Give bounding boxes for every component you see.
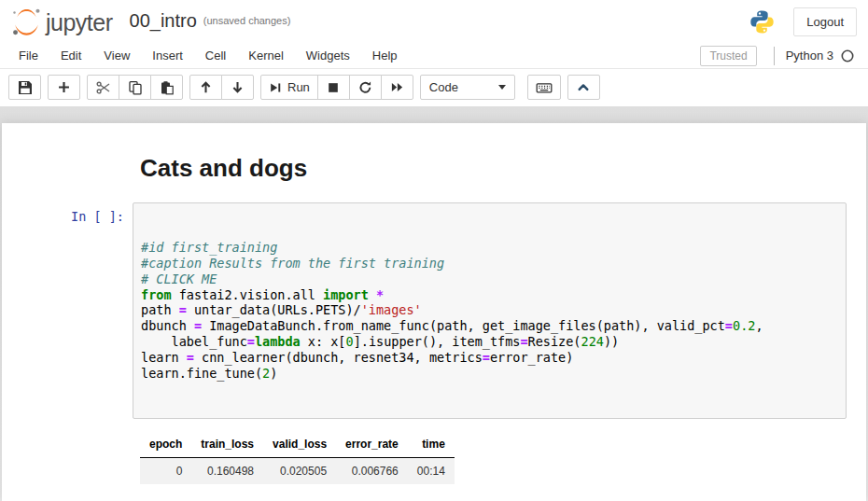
chevron-up-icon <box>576 80 591 94</box>
menu-insert[interactable]: Insert <box>141 44 194 67</box>
interrupt-kernel-button[interactable] <box>317 75 350 100</box>
menu-view[interactable]: View <box>92 44 141 67</box>
notebook-container: Cats and dogs In [ ]: #id first_training… <box>2 123 866 501</box>
table-cell: 0.020505 <box>263 457 336 484</box>
fast-forward-icon <box>390 80 404 94</box>
table-header: valid_loss <box>263 431 336 458</box>
table-cell: 00:14 <box>408 457 455 484</box>
trusted-badge[interactable]: Trusted <box>700 46 756 66</box>
notebook-header: jupyter 00_intro (unsaved changes) Logou… <box>0 0 868 43</box>
arrow-up-icon <box>199 80 213 94</box>
menu-file[interactable]: File <box>7 44 49 67</box>
restart-kernel-button[interactable] <box>349 75 382 100</box>
table-header: time <box>408 431 455 458</box>
site-background: Cats and dogs In [ ]: #id first_training… <box>0 106 868 501</box>
restart-icon <box>358 80 372 94</box>
cell-type-dropdown[interactable]: Code <box>420 75 515 100</box>
run-button-label: Run <box>287 80 310 94</box>
move-cell-down-button[interactable] <box>221 75 254 100</box>
menu-edit[interactable]: Edit <box>49 44 92 67</box>
logout-button[interactable]: Logout <box>793 7 857 36</box>
menubar: File Edit View Insert Cell Kernel Widget… <box>0 43 868 69</box>
cell-type-value: Code <box>429 80 458 94</box>
restart-run-all-button[interactable] <box>381 75 413 100</box>
output-area: epochtrain_lossvalid_losserror_ratetime0… <box>140 431 866 501</box>
arrow-down-icon <box>231 80 245 94</box>
kernel-name: Python 3 <box>786 49 833 63</box>
table-header: train_loss <box>191 431 263 458</box>
menu-widgets[interactable]: Widgets <box>295 44 361 67</box>
code-editor[interactable]: #id first_training#caption Results from … <box>133 202 847 419</box>
markdown-cell[interactable]: Cats and dogs <box>140 154 866 183</box>
floppy-icon <box>18 80 33 95</box>
cut-cells-button[interactable] <box>87 75 119 100</box>
output-tables: epochtrain_lossvalid_losserror_ratetime0… <box>140 431 866 501</box>
clipboard-icon <box>160 80 175 95</box>
table-header: epoch <box>140 431 191 458</box>
run-button[interactable]: Run <box>260 75 318 100</box>
keyboard-icon <box>536 80 553 95</box>
collapse-toolbar-button[interactable] <box>567 75 600 100</box>
copy-icon <box>128 80 143 95</box>
brand-text: jupyter <box>46 11 113 37</box>
jupyter-logo-icon <box>11 7 42 37</box>
toolbar: Run Code <box>0 69 868 106</box>
caret-down-icon <box>498 85 506 90</box>
jupyter-logo[interactable]: jupyter <box>11 7 113 37</box>
table-header: error_rate <box>336 431 408 458</box>
copy-cells-button[interactable] <box>119 75 151 100</box>
save-status: (unsaved changes) <box>203 15 291 28</box>
python-logo-icon <box>749 9 775 35</box>
menu-help[interactable]: Help <box>361 44 409 67</box>
input-prompt: In [ ]: <box>2 202 133 224</box>
add-cell-button[interactable] <box>48 75 80 100</box>
table-cell: 0.006766 <box>336 457 408 484</box>
table-cell: 0.160498 <box>191 457 263 484</box>
move-cell-up-button[interactable] <box>189 75 222 100</box>
training-results-table: epochtrain_lossvalid_losserror_ratetime0… <box>140 431 455 484</box>
command-palette-button[interactable] <box>527 75 561 100</box>
save-button[interactable] <box>8 75 41 100</box>
code-lines: #id first_training#caption Results from … <box>141 240 838 382</box>
stop-icon <box>327 81 340 94</box>
scissors-icon <box>96 80 111 95</box>
plus-icon <box>57 80 71 94</box>
notebook-title[interactable]: 00_intro <box>130 10 197 34</box>
menu-cell[interactable]: Cell <box>194 44 237 67</box>
divider <box>774 47 775 65</box>
table-row: 00.1604980.0205050.00676600:14 <box>140 457 455 484</box>
run-icon <box>269 81 282 94</box>
code-cell[interactable]: In [ ]: #id first_training#caption Resul… <box>2 202 866 419</box>
kernel-idle-icon <box>840 49 855 63</box>
table-cell: 0 <box>140 457 191 484</box>
menu-kernel[interactable]: Kernel <box>237 44 295 67</box>
paste-cells-button[interactable] <box>150 75 183 100</box>
markdown-heading: Cats and dogs <box>140 154 866 183</box>
